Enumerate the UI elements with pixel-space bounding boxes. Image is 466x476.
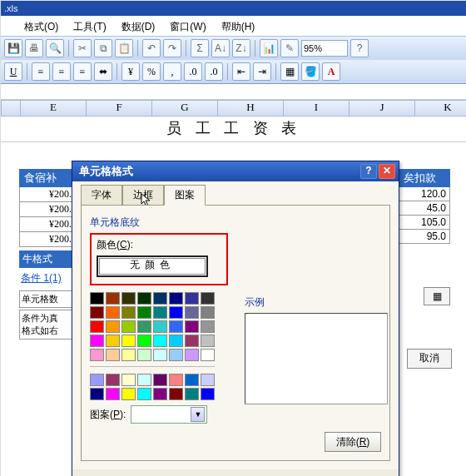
color-swatch[interactable] [106, 388, 120, 400]
currency-icon[interactable]: ¥ [121, 62, 140, 81]
color-swatch[interactable] [137, 320, 151, 333]
close-button[interactable]: ✕ [379, 164, 395, 179]
table-cell[interactable]: ¥200. [19, 232, 76, 247]
color-swatch[interactable] [137, 349, 151, 361]
range-picker-icon[interactable]: ▦ [424, 287, 450, 305]
color-swatch[interactable] [90, 292, 104, 305]
table-cell[interactable]: 105.0 [399, 216, 450, 230]
color-swatch[interactable] [201, 388, 215, 400]
chart-icon[interactable]: 📊 [260, 39, 278, 57]
help-icon[interactable]: ? [350, 39, 369, 57]
save-icon[interactable]: 💾 [4, 39, 22, 57]
menu-format[interactable]: 格式(O) [24, 20, 58, 34]
clear-button[interactable]: 清除(R) [325, 432, 381, 452]
inc-decimal-icon[interactable]: .0 [184, 62, 202, 81]
col-E[interactable]: E [21, 100, 87, 117]
color-swatch[interactable] [201, 335, 215, 347]
color-swatch[interactable] [106, 292, 120, 305]
sort-desc-icon[interactable]: Z↓ [232, 39, 250, 57]
color-swatch[interactable] [121, 320, 136, 333]
color-swatch[interactable] [121, 374, 136, 386]
dialog-titlebar[interactable]: 单元格格式 ? ✕ [72, 161, 399, 181]
underline-icon[interactable]: U [4, 62, 22, 81]
color-swatch[interactable] [169, 292, 183, 305]
color-swatch[interactable] [169, 349, 183, 361]
color-swatch[interactable] [90, 335, 104, 347]
color-swatch[interactable] [121, 349, 136, 361]
undo-icon[interactable]: ↶ [142, 39, 161, 57]
color-swatch[interactable] [153, 374, 167, 386]
color-swatch[interactable] [201, 349, 215, 361]
col-H[interactable]: H [218, 100, 284, 117]
color-swatch[interactable] [90, 320, 104, 333]
color-swatch[interactable] [169, 374, 183, 386]
color-swatch[interactable] [185, 374, 199, 386]
color-swatch[interactable] [169, 306, 183, 319]
color-swatch[interactable] [201, 292, 215, 305]
color-swatch[interactable] [121, 388, 136, 400]
menu-tools[interactable]: 工具(T) [73, 20, 106, 34]
color-swatch[interactable] [106, 349, 120, 361]
color-swatch[interactable] [201, 320, 215, 333]
table-cell[interactable]: ¥200. [19, 202, 76, 217]
table-cell[interactable]: 120.0 [399, 187, 450, 201]
formula-bar[interactable] [1, 84, 466, 100]
color-swatch[interactable] [185, 292, 199, 305]
color-swatch[interactable] [153, 388, 167, 400]
tab-pattern[interactable]: 图案 [164, 185, 206, 206]
color-swatch[interactable] [90, 374, 104, 386]
redo-icon[interactable]: ↷ [163, 39, 181, 57]
tab-border[interactable]: 边框 [122, 185, 164, 206]
col-I[interactable]: I [284, 100, 350, 117]
color-swatch[interactable] [201, 306, 215, 319]
color-swatch[interactable] [153, 292, 167, 305]
color-swatch[interactable] [169, 335, 183, 347]
drawing-icon[interactable]: ✎ [280, 39, 299, 57]
color-swatch[interactable] [106, 320, 120, 333]
dec-decimal-icon[interactable]: .0 [205, 62, 223, 81]
color-swatch[interactable] [137, 335, 151, 347]
percent-icon[interactable]: % [142, 62, 161, 81]
color-swatch[interactable] [106, 335, 120, 347]
zoom-combo[interactable] [301, 40, 348, 57]
color-swatch[interactable] [153, 306, 167, 319]
color-swatch[interactable] [185, 335, 199, 347]
col-K[interactable]: K [415, 100, 466, 117]
col-corner[interactable] [1, 100, 21, 117]
color-swatch[interactable] [169, 388, 183, 400]
color-swatch[interactable] [185, 320, 199, 333]
color-swatch[interactable] [153, 349, 167, 361]
color-swatch[interactable] [185, 349, 199, 361]
col-J[interactable]: J [350, 100, 415, 117]
bg-cancel-button[interactable]: 取消 [407, 349, 452, 369]
table-cell[interactable]: 95.0 [399, 230, 450, 244]
pattern-dropdown[interactable]: ▼ [131, 405, 207, 424]
color-swatch[interactable] [137, 374, 151, 386]
cut-icon[interactable]: ✂ [73, 39, 92, 57]
color-swatch[interactable] [137, 388, 151, 400]
borders-icon[interactable]: ▦ [280, 62, 299, 81]
help-button[interactable]: ? [360, 164, 377, 179]
menu-window[interactable]: 窗口(W) [170, 20, 206, 34]
color-swatch[interactable] [90, 388, 104, 400]
autosum-icon[interactable]: Σ [191, 39, 209, 57]
color-swatch[interactable] [106, 306, 120, 319]
color-swatch[interactable] [121, 335, 136, 347]
align-left-icon[interactable]: ≡ [32, 62, 50, 81]
color-swatch[interactable] [169, 320, 183, 333]
color-swatch[interactable] [153, 335, 167, 347]
paste-icon[interactable]: 📋 [115, 39, 133, 57]
comma-icon[interactable]: , [163, 62, 181, 81]
align-right-icon[interactable]: ≡ [73, 62, 92, 81]
print-icon[interactable]: 🖶 [25, 39, 43, 57]
condition-link[interactable]: 条件 1(1) [19, 268, 77, 289]
color-swatch[interactable] [90, 306, 104, 319]
color-swatch[interactable] [121, 292, 136, 305]
inc-indent-icon[interactable]: ⇥ [253, 62, 271, 81]
align-center-icon[interactable]: ≡ [52, 62, 71, 81]
table-cell[interactable]: ¥200. [19, 217, 76, 232]
color-swatch[interactable] [90, 349, 104, 361]
preview-icon[interactable]: 🔍 [46, 39, 64, 57]
sort-asc-icon[interactable]: A↓ [211, 39, 230, 57]
copy-icon[interactable]: ⧉ [94, 39, 112, 57]
